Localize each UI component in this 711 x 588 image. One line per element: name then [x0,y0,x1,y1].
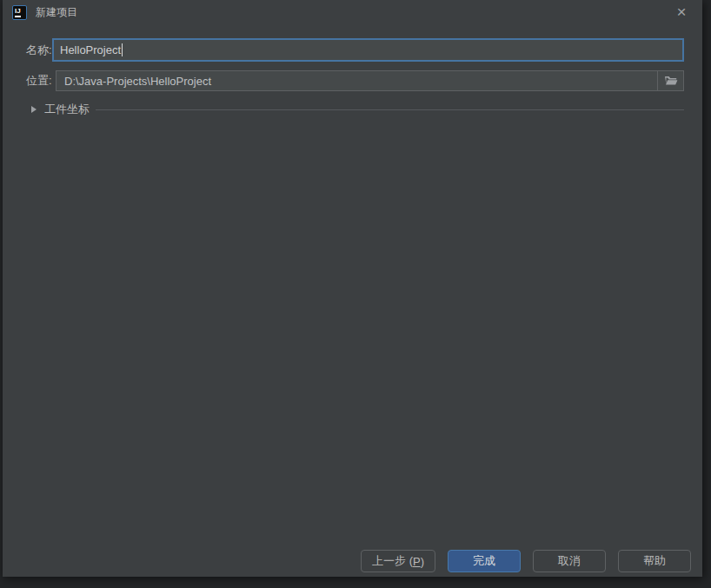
text-caret [122,43,123,56]
dialog-titlebar[interactable]: IJ 新建项目 × [3,0,702,24]
artifact-coordinates-toggle[interactable]: 工件坐标 [3,99,702,120]
triangle-right-icon [31,106,37,113]
intellij-logo-text: IJ [15,7,21,15]
help-button[interactable]: 帮助 [618,550,691,572]
close-icon[interactable]: × [671,2,692,23]
dialog-button-row: 上一步 (P) 完成 取消 帮助 [361,550,691,572]
previous-button-mnemonic: P [413,555,421,568]
project-location-value: D:\Java-Projects\HelloProject [64,75,211,88]
cancel-button[interactable]: 取消 [533,550,606,572]
name-field-label: 名称: [26,38,52,62]
previous-button-suffix: ) [421,555,424,568]
intellij-logo-underscore [15,16,21,17]
new-project-dialog: IJ 新建项目 × 名称: HelloProject 位置: D:\Java-P… [3,0,702,577]
folder-open-icon [664,76,678,86]
artifact-coordinates-label: 工件坐标 [44,102,90,117]
intellij-app-icon: IJ [12,5,27,20]
project-name-input[interactable]: HelloProject [52,38,684,62]
previous-button[interactable]: 上一步 (P) [361,550,435,572]
previous-button-label: 上一步 ( [372,553,413,569]
location-field-label: 位置: [26,70,52,91]
finish-button[interactable]: 完成 [448,550,521,572]
dialog-title: 新建项目 [36,5,77,20]
section-divider [96,109,684,110]
project-name-value: HelloProject [60,43,121,56]
browse-folder-button[interactable] [657,70,684,91]
project-location-input[interactable]: D:\Java-Projects\HelloProject [56,70,684,91]
